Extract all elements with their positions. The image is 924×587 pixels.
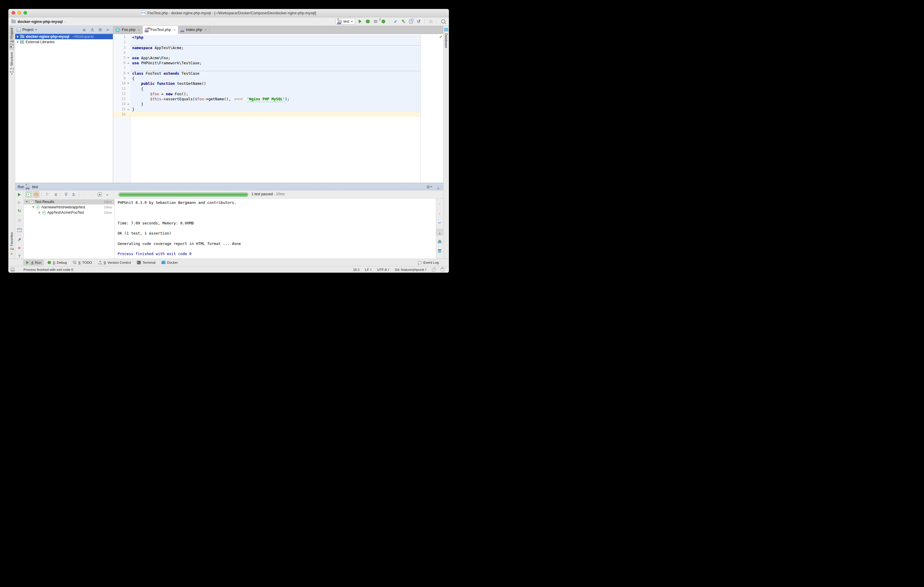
show-ignored-button[interactable] — [33, 191, 39, 198]
fold-marker-icon[interactable] — [127, 83, 129, 84]
show-passed-button[interactable] — [25, 191, 32, 198]
run-config-selector[interactable]: test — [335, 18, 355, 25]
tool-stripe-label: 7: Structure — [10, 52, 13, 70]
code-text: public function testGetName() — [130, 81, 443, 86]
tab-foo-php[interactable]: CFoo.php× — [113, 26, 143, 34]
fold-marker-icon[interactable] — [127, 57, 129, 59]
tool-window-button-label: 9: Version Control — [104, 261, 131, 264]
editor-body[interactable]: 1<?php23namespace AppTest\Acme;45use App… — [113, 34, 443, 183]
git-branch-selector[interactable]: Git: feature/phpunit ▲▼ — [395, 268, 427, 272]
search-everywhere-button[interactable] — [440, 19, 446, 25]
help-button[interactable] — [16, 253, 23, 259]
hide-run-panel-button[interactable] — [435, 184, 441, 190]
tool-window-button-label: 6: TODO — [79, 261, 92, 264]
next-failed-test-button[interactable] — [89, 191, 96, 198]
local-history-button[interactable] — [408, 19, 414, 25]
gear-icon — [98, 27, 102, 32]
hide-panel-button[interactable] — [106, 27, 111, 33]
debug-button[interactable] — [365, 19, 371, 25]
more-options-button[interactable] — [104, 191, 111, 198]
tool-window-button-docker[interactable]: Docker — [159, 260, 180, 265]
expanded-toggle-icon[interactable] — [32, 206, 35, 208]
expand-all-button[interactable] — [63, 191, 69, 198]
close-button[interactable] — [16, 245, 23, 251]
tool-window-button-5-debug[interactable]: 5: Debug — [45, 260, 69, 265]
tool-window-button-9-version-control[interactable]: 9: Version Control — [96, 260, 133, 265]
project-panel-title[interactable]: Project — [17, 28, 37, 32]
highlighting-level-icon[interactable] — [441, 268, 445, 272]
tool-window-button-event-log[interactable]: Event Log — [415, 260, 441, 265]
separator — [17, 225, 22, 226]
debug-icon — [366, 20, 370, 23]
test-tree-row-var-www-html-web-app-test[interactable]: /var/www/html/web/app/test10ms — [24, 204, 114, 210]
tool-window-button-4-run[interactable]: 4: Run — [23, 260, 44, 265]
run-button[interactable] — [357, 19, 363, 25]
scroll-up-button[interactable] — [436, 200, 443, 207]
tab-footest-php[interactable]: FooTest.php× — [143, 26, 178, 34]
readonly-lock-icon[interactable] — [432, 269, 435, 272]
previous-failed-test-button[interactable] — [82, 191, 88, 198]
close-tab-icon[interactable]: × — [205, 28, 207, 32]
project-tree-row-external-libraries[interactable]: External Libraries — [15, 39, 113, 45]
collapsed-toggle-icon[interactable] — [39, 211, 41, 214]
collapse-all-button[interactable] — [70, 191, 77, 198]
stop-button[interactable] — [16, 218, 23, 223]
pin-tab-button[interactable] — [16, 237, 23, 242]
fold-marker-icon[interactable] — [127, 73, 129, 74]
clear-icon — [438, 249, 441, 253]
sort-alphabetically-button[interactable] — [44, 191, 51, 198]
tool-window-button-6-todo[interactable]: 6: TODO — [71, 260, 95, 265]
print-button[interactable] — [436, 238, 443, 245]
separator — [60, 192, 61, 197]
line-separator-selector[interactable]: LF ▲▼ — [365, 268, 371, 272]
tool-stripe-1-project[interactable]: 1: Project — [9, 26, 14, 50]
sort-by-duration-button[interactable] — [51, 191, 58, 198]
tool-window-button-terminal[interactable]: Terminal — [135, 260, 158, 265]
console-output[interactable]: PHPUnit 6.3.0 by Sebastian Bergmann and … — [115, 199, 436, 259]
clear-all-button[interactable] — [436, 248, 443, 254]
run-settings-button[interactable] — [427, 184, 432, 190]
tab-index-php[interactable]: index.php× — [178, 26, 210, 34]
run-with-coverage-button[interactable] — [373, 19, 378, 25]
project-tree-row-docker-nginx-php-mysql[interactable]: docker-nginx-php-mysql~/Workspace/ — [15, 34, 113, 39]
rerun-button[interactable] — [16, 192, 23, 197]
tool-stripe-7-structure[interactable]: 7: Structure — [9, 50, 14, 77]
import-test-results-button[interactable] — [96, 191, 103, 198]
scroll-to-end-button[interactable] — [436, 229, 443, 236]
inspections-ok-icon[interactable]: ✔ — [439, 35, 442, 39]
collapsed-toggle-icon[interactable] — [17, 41, 19, 43]
collapsed-toggle-icon[interactable] — [17, 35, 19, 38]
search-icon — [441, 19, 446, 23]
settings-button[interactable] — [97, 27, 103, 33]
breadcrumb[interactable]: docker-nginx-php-mysql › — [11, 19, 66, 24]
fold-marker-icon[interactable] — [127, 103, 129, 105]
rollback-button[interactable] — [416, 19, 421, 25]
test-tree-row-test-results[interactable]: Test Results10ms — [24, 199, 114, 204]
tab-label: Foo.php — [122, 28, 135, 32]
close-tab-icon[interactable]: × — [138, 28, 140, 32]
commit-changes-button[interactable] — [400, 19, 406, 25]
update-project-button[interactable] — [393, 19, 398, 25]
ignored-icon — [34, 192, 38, 197]
toggle-auto-test-button[interactable] — [16, 208, 23, 213]
encoding-selector[interactable]: UTF-8 ▲▼ — [377, 268, 389, 272]
stop-button[interactable] — [428, 19, 434, 25]
caret-position[interactable]: 16:1 — [353, 268, 360, 272]
locate-button[interactable] — [81, 27, 87, 33]
fold-marker-icon[interactable] — [127, 109, 129, 110]
tool-stripe-2-favorites[interactable]: 2: Favorites — [9, 230, 14, 258]
tool-stripe-database[interactable]: Database — [444, 26, 449, 50]
collapse-all-button[interactable] — [89, 27, 95, 33]
project-panel: Project docker-nginx-php-mysql~/Workspac… — [15, 26, 113, 183]
run-tool-window: Run test — [15, 183, 443, 259]
fold-marker-icon[interactable] — [127, 62, 129, 64]
restore-layout-button[interactable] — [16, 228, 23, 233]
test-tree-row-apptest-acme-footest[interactable]: AppTest\Acme\FooTest10ms — [24, 210, 114, 215]
close-tab-icon[interactable]: × — [173, 28, 176, 32]
rerun-failed-tests-button[interactable] — [16, 200, 23, 205]
expanded-toggle-icon[interactable] — [26, 201, 28, 203]
use-soft-wraps-button[interactable] — [436, 219, 443, 226]
scroll-down-button[interactable] — [436, 210, 443, 216]
tool-window-switcher-icon[interactable] — [11, 268, 15, 272]
run-with-profiler-button[interactable] — [380, 19, 386, 25]
